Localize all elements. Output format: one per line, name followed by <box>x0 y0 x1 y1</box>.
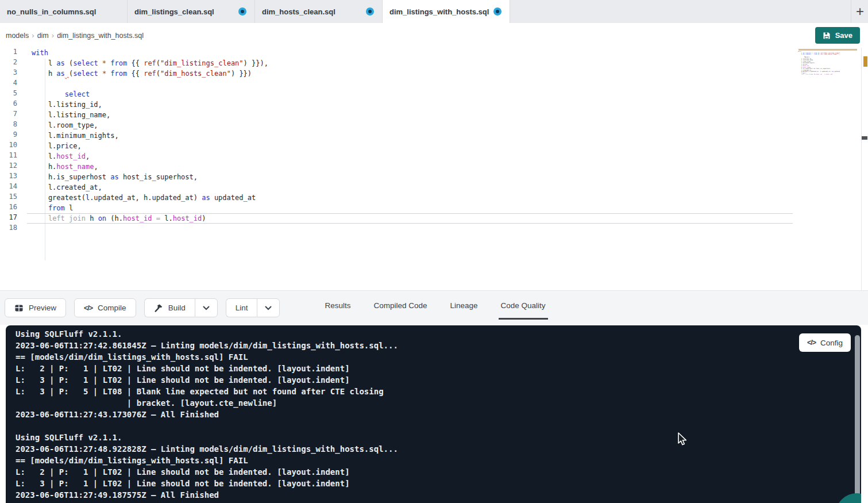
new-tab-button[interactable]: + <box>852 1 867 22</box>
code-line[interactable]: from l <box>27 203 860 213</box>
save-label: Save <box>835 31 852 40</box>
tabbar-divider <box>851 0 851 23</box>
lint-label: Lint <box>236 304 248 312</box>
terminal-panel: Using SQLFluff v2.1.1. 2023-06-06T11:27:… <box>6 325 861 503</box>
code-line[interactable]: h.host_name, <box>27 162 860 172</box>
line-numbers: 123456789101112131415161718 <box>0 48 24 234</box>
code-line[interactable]: l.listing_name, <box>27 110 860 120</box>
breadcrumb-item-dim[interactable]: dim <box>37 32 49 40</box>
chevron-down-icon <box>203 306 210 310</box>
help-button[interactable] <box>836 493 861 503</box>
minimap-viewport <box>798 49 857 51</box>
tab-compiled-code[interactable]: Compiled Code <box>371 291 429 320</box>
lint-options-button[interactable] <box>257 298 280 317</box>
terminal-scrollbar[interactable] <box>855 335 860 503</box>
tab-label: dim_listings_with_hosts.sql <box>389 7 489 16</box>
breadcrumb-separator-icon: › <box>49 31 57 40</box>
code-line[interactable]: l.room_type, <box>27 120 860 130</box>
lint-button[interactable]: Lint <box>226 298 257 317</box>
code-line[interactable]: select <box>27 89 860 99</box>
code-line[interactable]: l.host_id, <box>27 151 860 162</box>
result-tabs: Results Compiled Code Lineage Code Quali… <box>313 291 557 320</box>
code-brackets-icon: </> <box>84 304 92 312</box>
tab-no-nulls-in-columns[interactable]: no_nulls_in_columns.sql <box>0 0 128 23</box>
build-button[interactable]: Build <box>144 298 195 317</box>
tab-label: dim_listings_clean.sql <box>134 7 214 16</box>
preview-button[interactable]: Preview <box>5 298 66 317</box>
tab-label: no_nulls_in_columns.sql <box>7 7 96 16</box>
code-lines: with l as (select * from {{ ref("dim_lis… <box>27 48 860 234</box>
tab-dim-listings-clean[interactable]: dim_listings_clean.sql <box>128 0 255 23</box>
table-grid-icon <box>14 304 24 313</box>
code-brackets-icon: </> <box>807 339 816 347</box>
file-header-bar: models › dim › dim_listings_with_hosts.s… <box>0 23 868 48</box>
code-line[interactable]: greatest(l.updated_at, h.updated_at) as … <box>27 193 860 203</box>
code-editor[interactable]: 123456789101112131415161718 with l as (s… <box>0 48 868 290</box>
code-line[interactable]: l.created_at, <box>27 182 860 193</box>
code-line[interactable]: l as (select * from {{ ref("dim_listings… <box>27 58 860 68</box>
compile-button[interactable]: </> Compile <box>74 298 136 317</box>
scrollbar-cursor-marker <box>862 136 867 140</box>
unsaved-dot-icon <box>238 7 246 16</box>
editor-scrollbar[interactable] <box>861 48 868 290</box>
tab-code-quality[interactable]: Code Quality <box>499 291 548 320</box>
unsaved-dot-icon <box>366 7 374 16</box>
config-label: Config <box>820 339 843 347</box>
dbt-cloud-ide: no_nulls_in_columns.sql dim_listings_cle… <box>0 0 868 503</box>
breadcrumb-item-models[interactable]: models <box>6 32 29 40</box>
code-line[interactable]: l.minimum_nights, <box>27 130 860 141</box>
tab-lineage[interactable]: Lineage <box>448 291 480 320</box>
tab-dim-listings-with-hosts[interactable]: dim_listings_with_hosts.sql <box>383 0 510 23</box>
terminal-section: Using SQLFluff v2.1.1. 2023-06-06T11:27:… <box>0 325 868 503</box>
config-button[interactable]: </> Config <box>799 333 851 352</box>
code-line[interactable]: with <box>27 48 860 58</box>
preview-label: Preview <box>29 304 56 312</box>
code-line[interactable]: l.listing_id, <box>27 99 860 110</box>
breadcrumb-item-filename: dim_listings_with_hosts.sql <box>57 32 144 40</box>
unsaved-dot-icon <box>493 7 501 16</box>
build-split-button: Build <box>144 298 218 317</box>
tab-results[interactable]: Results <box>322 291 353 320</box>
minimap-content[interactable]: with l as (select * from {{ ref("dim_lis… <box>798 51 840 123</box>
save-floppy-icon <box>823 32 831 40</box>
code-line[interactable]: l.price, <box>27 141 860 151</box>
compile-label: Compile <box>98 304 126 312</box>
code-line[interactable]: h.is_superhost as host_is_superhost, <box>27 172 860 182</box>
editor-toolbar: Preview </> Compile Build Lint <box>0 290 868 325</box>
code-line[interactable]: h as (select * from {{ ref("dim_hosts_cl… <box>27 68 860 79</box>
lint-split-button: Lint <box>226 298 280 317</box>
breadcrumb-separator-icon: › <box>29 31 37 40</box>
tab-dim-hosts-clean[interactable]: dim_hosts_clean.sql <box>255 0 383 23</box>
code-line[interactable] <box>27 224 860 234</box>
chevron-down-icon <box>265 306 272 310</box>
hammer-icon <box>154 304 163 313</box>
code-line[interactable] <box>27 79 860 89</box>
code-line[interactable]: left join h on (h.host_id = l.host_id) <box>27 213 793 224</box>
terminal-text: Using SQLFluff v2.1.1. 2023-06-06T11:27:… <box>16 328 398 501</box>
build-label: Build <box>168 304 186 312</box>
save-button[interactable]: Save <box>815 27 860 44</box>
tab-bar: no_nulls_in_columns.sql dim_listings_cle… <box>0 0 868 23</box>
build-options-button[interactable] <box>195 298 218 317</box>
tab-label: dim_hosts_clean.sql <box>262 7 335 16</box>
scrollbar-warning-marker <box>863 56 867 67</box>
